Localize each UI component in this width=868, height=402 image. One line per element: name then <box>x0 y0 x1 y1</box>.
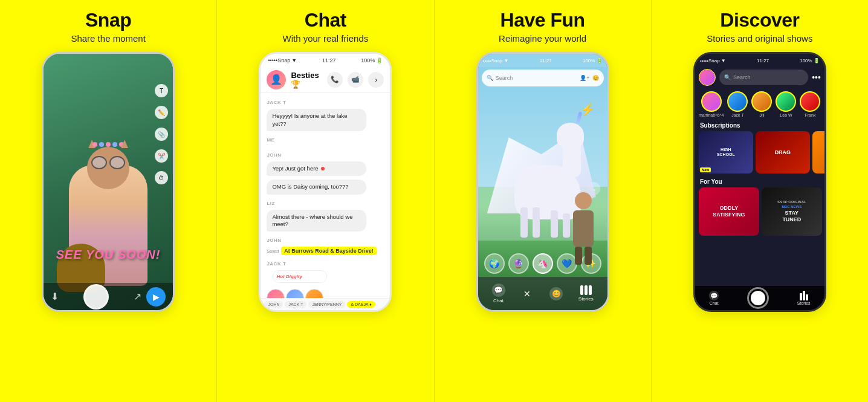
phone-call-icon[interactable]: 📞 <box>327 72 343 88</box>
fun-carrier-dots: ••••• <box>483 58 491 63</box>
capture-button[interactable] <box>83 284 109 310</box>
sender-label-liz: LIZ <box>267 201 384 206</box>
discover-avatar[interactable] <box>699 69 716 86</box>
message-hot-diggity: Hot Diggity <box>273 270 327 283</box>
fun-bottom-nav: 💬 Chat ✕ 😊 <box>478 277 607 310</box>
bitmoji-3 <box>305 289 323 298</box>
video-call-icon[interactable]: 📹 <box>348 72 363 88</box>
lens-earth[interactable]: 🌍 <box>484 253 505 274</box>
discover-search[interactable]: 🔍 Search <box>719 70 808 85</box>
chat-nav-label: Chat <box>493 298 504 303</box>
story-name-5: Frank <box>805 113 816 117</box>
leg-left <box>575 247 582 265</box>
disc-battery: 100% 🔋 <box>800 58 820 63</box>
sub-card-3[interactable]: Summer <box>812 131 824 173</box>
pegasus-leg-1 <box>520 207 528 238</box>
message-2: Yep! Just got here <box>267 161 366 176</box>
tag-jenny: JENNY/PENNY <box>308 301 345 308</box>
sub-new-badge: New <box>700 167 711 172</box>
fun-nav-chat[interactable]: 💬 Chat <box>492 284 505 303</box>
discover-section: Discover Stories and original shows ••••… <box>652 0 868 402</box>
time-display: 11:27 <box>297 57 361 63</box>
download-icon[interactable]: ⬇ <box>51 291 59 302</box>
pegasus-leg-3 <box>551 210 558 238</box>
snap-phone: T ✏️ 📎 ✂️ ⏱ <box>42 52 175 312</box>
leg-right <box>585 247 592 265</box>
sub-card-1[interactable]: HIGHSCHOOL New <box>699 131 753 173</box>
story-item-2[interactable]: Jack T <box>727 91 748 117</box>
chat-bottom-tags: JOHN JACK T JENNY/PENNY & DAEJA ♦ <box>261 298 390 310</box>
tag-jackt: JACK T <box>285 301 306 308</box>
disc-nav-chat[interactable]: 💬 Chat <box>709 291 719 305</box>
disc-carrier: Snap ▼ <box>708 58 726 63</box>
disc-stories-label: Stories <box>797 301 811 305</box>
send-button[interactable]: ▶ <box>146 287 166 306</box>
snap-person-figure <box>53 135 164 286</box>
disc-search-placeholder: Search <box>733 74 751 80</box>
disc-chat-label: Chat <box>710 301 719 305</box>
story-item-1[interactable]: martina6^6^4 <box>699 91 724 117</box>
edit-tool-icon[interactable]: ✏️ <box>155 106 168 119</box>
message-4: Almost there - where should we meet? <box>267 210 366 232</box>
carrier-name: Snap <box>277 57 290 63</box>
discover-status-bar: ••••• Snap ▼ 11:27 100% 🔋 <box>695 54 824 67</box>
foryou-card-2[interactable]: SNAP ORIGINAL NBC NEWS STAYTUNED <box>762 187 822 236</box>
disc-stories-icon <box>800 291 808 300</box>
discover-phone: ••••• Snap ▼ 11:27 100% 🔋 🔍 Search ••• <box>693 52 826 312</box>
oddly-text: ODDLYSATISFYING <box>713 205 745 218</box>
chat-section: Chat With your real friends ••••• Snap ▼… <box>217 0 433 402</box>
foryou-card-1[interactable]: ODDLYSATISFYING <box>699 187 759 236</box>
lens-unicorn[interactable]: 🦄 <box>533 253 553 274</box>
fun-subtitle: Reimagine your world <box>499 33 586 44</box>
lens-orb[interactable]: 🔮 <box>508 253 529 274</box>
discover-bottom-nav: 💬 Chat Stories <box>695 286 824 310</box>
message-highlight: At Burrows Road & Bayside Drive! <box>281 247 377 255</box>
pegasus-leg-4 <box>563 213 570 238</box>
fun-add-friend-icon[interactable]: 👤+ <box>580 75 589 81</box>
fun-nav-lens[interactable]: 😊 <box>549 287 563 300</box>
text-tool-icon[interactable]: T <box>155 84 168 97</box>
story-item-3[interactable]: Jill <box>751 91 772 117</box>
fun-nav-stories[interactable]: Stories <box>578 285 594 302</box>
chat-status-bar: ••••• Snap ▼ 11:27 100% 🔋 <box>261 54 390 67</box>
carrier-dots: ••••• <box>268 57 277 63</box>
stories-nav-icon <box>580 285 592 295</box>
pegasus-horn <box>575 112 582 125</box>
bitmoji-row <box>267 289 384 298</box>
fun-bitmoji-icon[interactable]: 😊 <box>592 75 599 81</box>
disc-time: 11:27 <box>726 58 800 63</box>
staytuned-bg: SNAP ORIGINAL NBC NEWS STAYTUNED <box>762 187 822 236</box>
chat-group-name: Besties 🏆 <box>291 71 322 89</box>
disc-search-icon: 🔍 <box>724 74 731 80</box>
story-avatar-2 <box>727 91 748 112</box>
fun-carrier: Snap ▼ <box>491 58 509 63</box>
chat-action-icons: 📞 📹 › <box>327 72 384 88</box>
story-item-5[interactable]: Frank <box>800 91 820 117</box>
share-icon[interactable]: ↗ <box>134 291 141 302</box>
snap-glasses <box>90 156 126 168</box>
chat-title: Chat <box>283 10 369 31</box>
more-options-icon[interactable]: › <box>368 72 384 88</box>
fun-search-bar[interactable]: 🔍 Search 👤+ 😊 <box>482 70 604 86</box>
staytuned-text: STAYTUNED <box>782 210 801 223</box>
pegasus-leg-2 <box>533 207 540 238</box>
sender-label-me: ME <box>267 137 384 143</box>
bitmoji-2 <box>286 289 304 298</box>
close-nav-icon: ✕ <box>520 287 534 300</box>
disc-capture-button[interactable] <box>747 287 769 309</box>
fun-nav-close[interactable]: ✕ <box>520 287 534 300</box>
discover-more-icon[interactable]: ••• <box>812 73 821 82</box>
fun-title: Have Fun <box>499 10 586 31</box>
sub-card-2-bg: DRAG <box>756 131 810 173</box>
sub-card-2[interactable]: DRAG <box>756 131 810 173</box>
story-item-4[interactable]: Leo W <box>776 91 796 117</box>
person-figure <box>571 192 595 265</box>
sender-label-jackt-2: JACK T <box>267 261 384 267</box>
foryou-title: For You <box>695 177 824 186</box>
discover-top-bar: 🔍 Search ••• <box>695 67 824 88</box>
story-avatar-3 <box>751 91 772 112</box>
person-head <box>575 192 592 209</box>
chat-body: JACK T Heyyyy! Is anyone at the lake yet… <box>261 92 390 298</box>
oddly-bg: ODDLYSATISFYING <box>699 187 759 236</box>
disc-nav-stories[interactable]: Stories <box>797 291 811 305</box>
